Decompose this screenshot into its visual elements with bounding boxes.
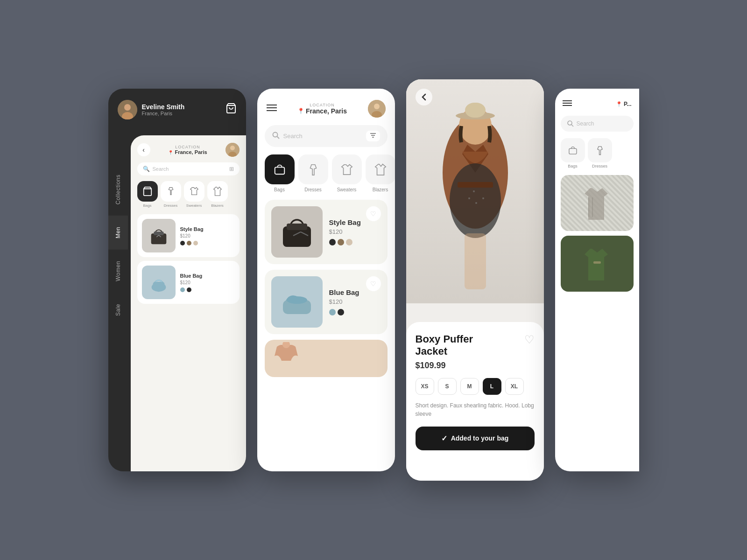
- product-name-blue-bag-mini: Blue Bag: [180, 273, 203, 279]
- svg-rect-52: [593, 261, 601, 264]
- search-bar-s2[interactable]: Search: [265, 125, 388, 147]
- cat-item-bags[interactable]: Bags: [265, 154, 295, 192]
- favorite-btn-style-bag[interactable]: ♡: [366, 206, 381, 221]
- cat-label-bags-s4: Bags: [568, 164, 578, 168]
- cat-dresses-icon: [161, 181, 181, 202]
- product-info-blue-bag-mini: Blue Bag $120: [180, 273, 203, 292]
- cat-item-dresses-s4[interactable]: Dresses: [588, 138, 612, 168]
- product-price-blue-bag: $120: [329, 298, 359, 305]
- location-value-mini: 📍 France, Paris: [168, 149, 207, 155]
- size-m[interactable]: M: [460, 378, 479, 395]
- svg-rect-42: [458, 182, 493, 188]
- cat-icon-dresses: [298, 154, 328, 184]
- sidebar-tab-sale[interactable]: Sale: [108, 293, 128, 327]
- cat-blazers-icon: [207, 181, 228, 202]
- sidebar-tab-women[interactable]: Women: [108, 250, 128, 293]
- color-brown: [338, 239, 344, 245]
- size-s[interactable]: S: [438, 378, 457, 395]
- search-placeholder-mini: Search: [153, 166, 226, 172]
- favorite-btn-blue-bag[interactable]: ♡: [366, 276, 381, 291]
- filter-button-s2[interactable]: [366, 131, 380, 141]
- svg-point-16: [374, 104, 380, 109]
- screen2-header: LOCATION 📍 France, Paris: [257, 89, 395, 125]
- cat-name-dresses: Dresses: [304, 187, 322, 192]
- product-name-style-bag: Style Bag: [329, 218, 361, 226]
- cat-bags[interactable]: Bags: [137, 181, 158, 208]
- categories-s4: Bags Dresses: [555, 138, 639, 175]
- screens-container: Eveline Smith France, Paris Collections …: [90, 51, 658, 509]
- location-label-mini: LOCATION: [168, 145, 207, 149]
- cat-blazers[interactable]: Blazers: [207, 181, 228, 208]
- svg-point-39: [468, 197, 470, 199]
- product-detail-card: Boxy Puffer Jacket ♡ $109.99 XS S M L XL…: [406, 322, 544, 481]
- svg-point-18: [273, 133, 277, 137]
- cat-sweaters-label: Sweaters: [186, 203, 202, 208]
- user-avatar-s2: [368, 100, 386, 118]
- product-card-green-jacket[interactable]: [561, 236, 634, 292]
- screen2-browse: LOCATION 📍 France, Paris: [257, 89, 395, 471]
- user-info: Eveline Smith France, Paris: [142, 103, 185, 116]
- location-s4: 📍 P...: [616, 101, 631, 107]
- sidebar-tab-men[interactable]: Men: [108, 216, 128, 250]
- color-dot-2: [187, 241, 191, 245]
- svg-line-19: [277, 137, 279, 139]
- add-to-bag-button[interactable]: ✓ Added to your bag: [416, 427, 535, 450]
- svg-point-29: [287, 296, 307, 304]
- screen3-product-detail: Boxy Puffer Jacket ♡ $109.99 XS S M L XL…: [406, 79, 544, 481]
- product-details-style-bag: Style Bag $120: [329, 218, 361, 245]
- product-card-style-bag-mini[interactable]: Style Bag $120: [137, 214, 240, 257]
- product-card-partial: [265, 340, 388, 377]
- screen4-header: 📍 P...: [555, 89, 639, 116]
- user-name: Eveline Smith: [142, 103, 185, 111]
- menu-icon-s4[interactable]: [563, 100, 572, 108]
- cat-item-bags-s4[interactable]: Bags: [561, 138, 585, 168]
- favorite-btn-detail[interactable]: ♡: [524, 333, 535, 346]
- search-bar-mini[interactable]: 🔍 Search ⊞: [137, 162, 240, 175]
- svg-rect-49: [569, 148, 576, 154]
- svg-rect-25: [287, 224, 307, 230]
- product-card-blue-bag-mini[interactable]: Blue Bag $120: [137, 261, 240, 304]
- cat-item-dresses[interactable]: Dresses: [298, 154, 328, 192]
- screen1-dark-sidebar: Eveline Smith France, Paris Collections …: [108, 89, 246, 471]
- cat-icon-dresses-s4: [588, 138, 612, 162]
- cat-icon-bags-s4: [561, 138, 585, 162]
- color-dots-blue-bag-mini: [180, 287, 203, 292]
- product-name-style-bag-mini: Style Bag: [180, 226, 204, 232]
- size-xs[interactable]: XS: [416, 378, 434, 395]
- svg-point-41: [482, 197, 484, 199]
- product-card-blue-bag[interactable]: Blue Bag $120 ♡: [265, 270, 388, 334]
- cat-dresses[interactable]: Dresses: [161, 181, 181, 208]
- product-card-plaid-jacket[interactable]: [561, 175, 634, 231]
- cat-item-blazers[interactable]: Blazers: [366, 154, 395, 192]
- size-l[interactable]: L: [483, 378, 501, 395]
- product-img-blue-bag-mini: [142, 266, 176, 299]
- svg-rect-11: [153, 282, 164, 288]
- cat-name-sweaters: Sweaters: [337, 187, 357, 192]
- back-button[interactable]: ‹: [137, 143, 150, 156]
- color-dot-3: [193, 241, 198, 245]
- product-img-style-bag: [271, 206, 323, 258]
- sidebar-tab-collections[interactable]: Collections: [108, 163, 128, 216]
- search-bar-s4[interactable]: Search: [561, 116, 634, 132]
- product-img-blue-bag: [271, 276, 323, 328]
- color-black: [329, 239, 336, 245]
- product-img-green: [561, 236, 634, 292]
- categories-s2: Bags Dresses Sweaters: [257, 154, 395, 200]
- svg-point-1: [124, 104, 131, 111]
- cat-sweaters[interactable]: Sweaters: [184, 181, 204, 208]
- svg-rect-34: [465, 103, 486, 118]
- screen1-inner: ‹ LOCATION 📍 France, Paris 🔍: [131, 135, 246, 471]
- sidebar-tabs: Collections Men Women Sale: [108, 163, 128, 327]
- cat-item-sweaters[interactable]: Sweaters: [332, 154, 362, 192]
- back-button-detail[interactable]: [416, 89, 432, 105]
- location-mini: LOCATION 📍 France, Paris: [168, 145, 207, 155]
- svg-point-5: [230, 146, 235, 150]
- check-icon: ✓: [441, 434, 447, 443]
- size-xl[interactable]: XL: [505, 378, 524, 395]
- search-icon-mini: 🔍: [143, 166, 150, 172]
- menu-icon[interactable]: [267, 104, 277, 114]
- product-price-blue-bag-mini: $120: [180, 280, 203, 285]
- bag-icon[interactable]: [226, 103, 237, 117]
- product-card-style-bag[interactable]: Style Bag $120 ♡: [265, 200, 388, 264]
- add-to-bag-label: Added to your bag: [451, 434, 509, 442]
